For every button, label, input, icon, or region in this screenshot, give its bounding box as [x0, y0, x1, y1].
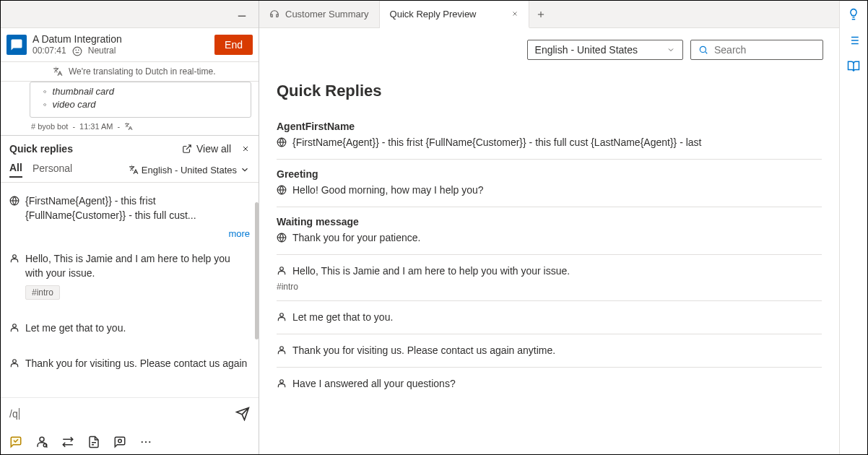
svg-point-0: [73, 47, 82, 56]
svg-point-7: [13, 324, 17, 327]
chevron-down-icon: [667, 46, 675, 54]
notes-tool-icon[interactable]: [87, 436, 100, 448]
book-icon[interactable]: [847, 60, 860, 73]
agenda-icon[interactable]: [847, 34, 860, 47]
lightbulb-icon[interactable]: [847, 8, 860, 21]
svg-point-6: [13, 255, 17, 259]
globe-icon: [9, 196, 19, 206]
person-icon: [9, 358, 19, 368]
search-box[interactable]: [690, 40, 823, 60]
tab-label: Quick Reply Preview: [390, 9, 477, 20]
quick-replies-title: Quick replies: [9, 143, 73, 155]
qp-lang-label: English - United States: [142, 165, 237, 176]
translate-icon: [53, 66, 63, 77]
chevron-down-icon: [240, 165, 250, 175]
reply-text: Let me get that to you.: [292, 310, 393, 325]
quick-reply-item[interactable]: Hello, This is Jamie and I am here to he…: [1, 246, 259, 305]
view-all-button[interactable]: View all: [182, 143, 231, 155]
reply-block: Hello, This is Jamie and I am here to he…: [277, 264, 822, 292]
reply-block: Let me get that to you.: [277, 310, 822, 325]
globe-icon: [277, 185, 287, 195]
page-title: Quick Replies: [277, 82, 822, 100]
globe-icon: [277, 233, 287, 243]
quick-reply-item[interactable]: Thank you for visiting us. Please contac…: [1, 351, 259, 377]
tab-label: Customer Summary: [285, 9, 369, 20]
translate-icon: [124, 122, 133, 131]
meta-sep: -: [118, 122, 121, 131]
session-title: A Datum Integration: [32, 32, 209, 46]
language-select[interactable]: English - United States: [527, 40, 683, 60]
person-icon: [9, 254, 19, 264]
svg-point-8: [13, 360, 17, 363]
chat-session-icon: [6, 35, 27, 55]
svg-point-13: [118, 439, 122, 443]
tab-strip: Customer Summary Quick Reply Preview: [259, 1, 839, 28]
quick-replies-list: {FirstName{Agent}} - this frist {FullNam…: [1, 183, 259, 397]
session-bar: A Datum Integration 00:07:41 Neutral End: [1, 28, 259, 62]
sentiment-neutral-icon: [72, 46, 82, 56]
reply-tag: #intro: [277, 282, 822, 292]
chat-area: thumbnail card video card # byob bot - 1…: [1, 82, 259, 135]
card-item: thumbnail card: [43, 85, 240, 98]
transfer-tool-icon[interactable]: [61, 436, 74, 448]
globe-icon: [277, 137, 287, 147]
knowledge-tool-icon[interactable]: [113, 436, 126, 448]
more-tool-icon[interactable]: [139, 436, 152, 448]
bot-card: thumbnail card video card: [30, 82, 251, 118]
headset-icon: [269, 9, 279, 20]
translate-bar: We're translating to Dutch in real-time.: [1, 62, 259, 82]
more-link[interactable]: more: [1, 228, 259, 246]
send-icon[interactable]: [235, 407, 250, 421]
reply-block: Thank you for visiting us. Please contac…: [277, 343, 822, 358]
svg-point-19: [700, 46, 706, 52]
tab-customer-summary[interactable]: Customer Summary: [259, 1, 380, 28]
svg-point-3: [78, 50, 79, 51]
svg-point-30: [280, 380, 284, 384]
search-input[interactable]: [714, 44, 815, 56]
tab-personal[interactable]: Personal: [32, 162, 72, 177]
minimize-icon[interactable]: [235, 8, 248, 21]
reply-text: Have I answered all your questions?: [292, 376, 456, 391]
reply-label: Greeting: [277, 168, 822, 180]
svg-point-29: [280, 347, 284, 350]
scrollbar-thumb[interactable]: [255, 202, 259, 339]
quick-replies-panel: Quick replies View all All Personal Engl…: [1, 135, 259, 397]
quick-reply-tool-icon[interactable]: [9, 436, 22, 448]
tab-all[interactable]: All: [9, 162, 22, 178]
person-icon: [9, 323, 19, 333]
reply-text: {FirstName{Agent}} - this frist {FullNam…: [292, 135, 702, 150]
search-icon: [698, 45, 708, 55]
open-icon: [182, 144, 192, 154]
person-icon: [277, 266, 287, 276]
consult-tool-icon[interactable]: [35, 436, 48, 448]
svg-point-14: [142, 441, 143, 443]
composer-toolbar: [1, 430, 259, 454]
close-icon[interactable]: [511, 10, 518, 17]
end-button[interactable]: End: [214, 35, 253, 55]
svg-point-28: [280, 313, 284, 317]
language-label: English - United States: [535, 44, 638, 56]
message-input[interactable]: /q: [9, 408, 19, 420]
reply-text: Thank you for visiting us. Please contac…: [292, 343, 555, 358]
quick-reply-item[interactable]: {FirstName{Agent}} - this frist {FullNam…: [1, 188, 259, 228]
close-icon[interactable]: [241, 144, 250, 153]
meta-sep: -: [72, 122, 75, 131]
svg-point-2: [76, 50, 77, 51]
translate-icon: [129, 165, 139, 175]
quick-reply-tag: #intro: [25, 285, 60, 300]
reply-text: Hello! Good morning, how may I help you?: [292, 183, 484, 198]
session-sentiment: Neutral: [88, 46, 116, 57]
translate-status: We're translating to Dutch in real-time.: [69, 66, 215, 77]
tab-quick-reply-preview[interactable]: Quick Reply Preview: [380, 1, 529, 28]
person-icon: [277, 345, 287, 355]
reply-label: Waiting message: [277, 216, 822, 228]
quick-reply-item[interactable]: Let me get that to you.: [1, 316, 259, 342]
view-all-label: View all: [196, 143, 231, 155]
new-tab-button[interactable]: [529, 9, 552, 20]
svg-point-16: [149, 441, 150, 443]
quick-replies-language-select[interactable]: English - United States: [129, 165, 250, 176]
right-rail: [840, 1, 867, 454]
card-item: video card: [43, 98, 240, 111]
message-input-row: /q: [1, 397, 259, 430]
reply-block: Greeting Hello! Good morning, how may I …: [277, 168, 822, 198]
